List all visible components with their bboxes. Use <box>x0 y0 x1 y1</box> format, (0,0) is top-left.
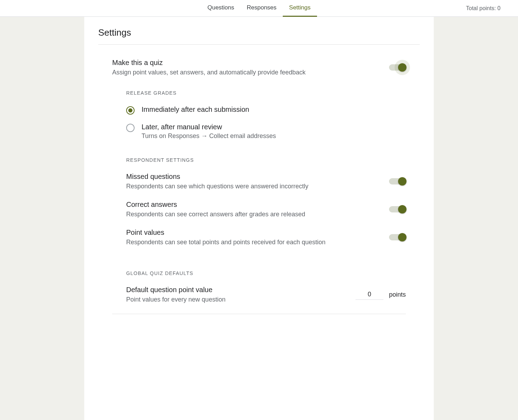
radio-icon <box>126 124 135 132</box>
default-points-row: Default question point value Point value… <box>126 286 406 303</box>
radio-later[interactable]: Later, after manual review Turns on Resp… <box>126 123 406 140</box>
radio-immediately[interactable]: Immediately after each submission <box>126 106 406 115</box>
radio-icon <box>126 106 135 115</box>
tab-questions[interactable]: Questions <box>201 0 240 17</box>
global-defaults-header: GLOBAL QUIZ DEFAULTS <box>126 270 406 276</box>
header-bar: Questions Responses Settings Total point… <box>0 0 518 17</box>
correct-answers-desc: Respondents can see correct answers afte… <box>126 211 389 218</box>
missed-questions-desc: Respondents can see which questions were… <box>126 183 389 190</box>
respondent-header: RESPONDENT SETTINGS <box>126 157 406 163</box>
release-grades-header: RELEASE GRADES <box>126 90 406 96</box>
missed-questions-row: Missed questions Respondents can see whi… <box>126 173 406 190</box>
correct-answers-toggle[interactable] <box>389 206 406 212</box>
make-quiz-desc: Assign point values, set answers, and au… <box>112 69 389 76</box>
section-divider <box>112 314 406 314</box>
card-title: Settings <box>98 27 420 44</box>
make-quiz-toggle[interactable] <box>389 64 406 71</box>
release-grades-section: RELEASE GRADES Immediately after each su… <box>112 76 406 140</box>
make-quiz-title: Make this a quiz <box>112 59 389 67</box>
quiz-section: Make this a quiz Assign point values, se… <box>98 45 420 314</box>
point-values-toggle[interactable] <box>389 234 406 240</box>
radio-label: Later, after manual review <box>142 123 276 131</box>
missed-questions-toggle[interactable] <box>389 178 406 184</box>
default-points-input[interactable] <box>355 289 383 300</box>
default-points-desc: Point values for every new question <box>126 296 355 303</box>
settings-card: Settings Make this a quiz Assign point v… <box>84 17 434 420</box>
respondent-settings-section: RESPONDENT SETTINGS Missed questions Res… <box>112 143 406 246</box>
points-unit: points <box>389 291 406 298</box>
default-points-title: Default question point value <box>126 286 355 294</box>
total-points: Total points: 0 <box>466 5 501 12</box>
point-values-title: Point values <box>126 229 389 237</box>
tabs: Questions Responses Settings <box>201 0 317 17</box>
correct-answers-title: Correct answers <box>126 201 389 209</box>
tab-settings[interactable]: Settings <box>283 0 317 17</box>
radio-sublabel: Turns on Responses → Collect email addre… <box>142 132 276 140</box>
missed-questions-title: Missed questions <box>126 173 389 181</box>
point-values-row: Point values Respondents can see total p… <box>126 229 406 246</box>
tab-responses[interactable]: Responses <box>240 0 283 17</box>
point-values-desc: Respondents can see total points and poi… <box>126 239 389 246</box>
radio-label: Immediately after each submission <box>142 106 249 114</box>
correct-answers-row: Correct answers Respondents can see corr… <box>126 201 406 218</box>
global-defaults-section: GLOBAL QUIZ DEFAULTS Default question po… <box>112 256 406 303</box>
